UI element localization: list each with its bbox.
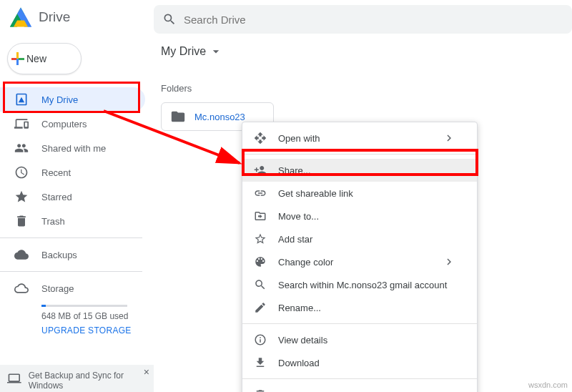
download-icon [254,356,267,369]
trash-icon [14,214,29,228]
new-button-label: New [26,53,46,64]
menu-add-star[interactable]: Add star [242,227,477,250]
move-icon [254,210,267,222]
menu-rename[interactable]: Rename... [242,296,477,319]
menu-remove[interactable]: Remove [242,383,477,392]
menu-label: Add star [278,234,312,245]
menu-label: Download [278,358,320,368]
close-icon[interactable]: × [144,366,149,378]
sidebar-item-label: My Drive [41,94,78,105]
sidebar-item-label: Shared with me [41,143,106,154]
drive-logo-icon [10,6,31,28]
sidebar-item-label: Trash [41,216,65,227]
sidebar-item-shared[interactable]: Shared with me [0,136,145,160]
menu-divider [242,323,477,324]
menu-label: Move to... [278,211,319,222]
sidebar-item-computers[interactable]: Computers [0,112,145,136]
folder-icon [170,109,186,124]
menu-label: Search within Mc.nonso23 gmail account [278,280,447,290]
person-add-icon [254,164,267,177]
shared-icon [14,141,29,155]
info-icon [254,333,267,346]
menu-label: View details [278,335,327,346]
menu-move-to[interactable]: Move to... [242,205,477,227]
promo-banner[interactable]: Get Backup and Sync for Windows × [0,365,154,392]
menu-label: Open with [278,133,320,144]
search-icon [254,278,267,291]
new-button[interactable]: New [7,43,82,74]
sidebar-item-label: Computers [41,119,87,129]
sidebar-item-backups[interactable]: Backups [0,242,145,267]
menu-search-within[interactable]: Search within Mc.nonso23 gmail account [242,273,477,296]
sidebar-item-mydrive[interactable]: My Drive [0,87,145,112]
menu-divider [242,154,477,155]
folder-name: Mc.nonso23 [194,112,245,122]
sidebar: New My Drive Computers Shared with me Re… [0,34,154,392]
sidebar-item-label: Storage [41,283,74,294]
app-title: Drive [39,9,70,25]
promo-text: Get Backup and Sync for Windows [29,371,147,391]
menu-get-link[interactable]: Get shareable link [242,182,477,205]
chevron-down-icon [209,44,223,59]
menu-download[interactable]: Download [242,351,477,374]
open-with-icon [254,132,267,144]
drive-icon [14,92,29,107]
section-title: Folders [161,83,572,94]
upgrade-storage-link[interactable]: UPGRADE STORAGE [41,325,154,335]
storage-used-text: 648 MB of 15 GB used [41,311,154,321]
sidebar-item-trash[interactable]: Trash [0,209,145,233]
sidebar-item-recent[interactable]: Recent [0,160,145,185]
menu-share[interactable]: Share... [242,159,477,182]
palette-icon [254,255,267,268]
menu-label: Change color [278,257,333,268]
chevron-right-icon [443,255,455,268]
delete-icon [254,388,267,392]
menu-label: Get shareable link [278,188,353,199]
star-outline-icon [254,232,267,245]
menu-label: Remove [278,390,312,393]
menu-change-color[interactable]: Change color [242,250,477,273]
chevron-right-icon [443,132,455,144]
storage-bar [41,305,127,307]
edit-icon [254,301,267,314]
search-icon [162,12,177,26]
logo-area[interactable]: Drive [0,6,154,28]
menu-view-details[interactable]: View details [242,328,477,351]
star-icon [14,190,29,204]
search-input[interactable] [184,14,327,26]
sidebar-item-storage[interactable]: Storage [0,276,145,300]
divider [0,237,142,238]
menu-label: Rename... [278,303,321,313]
sidebar-item-label: Backups [41,250,77,260]
link-icon [254,187,267,200]
breadcrumb[interactable]: My Drive [161,44,572,59]
recent-icon [14,165,29,180]
breadcrumb-label: My Drive [161,45,206,58]
watermark: wsxdn.com [528,381,568,389]
context-menu: Open with Share... Get shareable link Mo… [242,122,478,392]
menu-label: Share... [278,165,311,176]
cloud-icon [14,281,29,295]
divider [0,271,142,272]
computers-icon [14,117,29,131]
sidebar-item-label: Starred [41,192,72,202]
menu-open-with[interactable]: Open with [242,127,477,150]
sidebar-item-starred[interactable]: Starred [0,185,145,209]
menu-divider [242,378,477,379]
backups-icon [14,248,29,262]
search-bar[interactable] [154,5,572,34]
laptop-icon [7,371,21,386]
sidebar-item-label: Recent [41,167,71,178]
